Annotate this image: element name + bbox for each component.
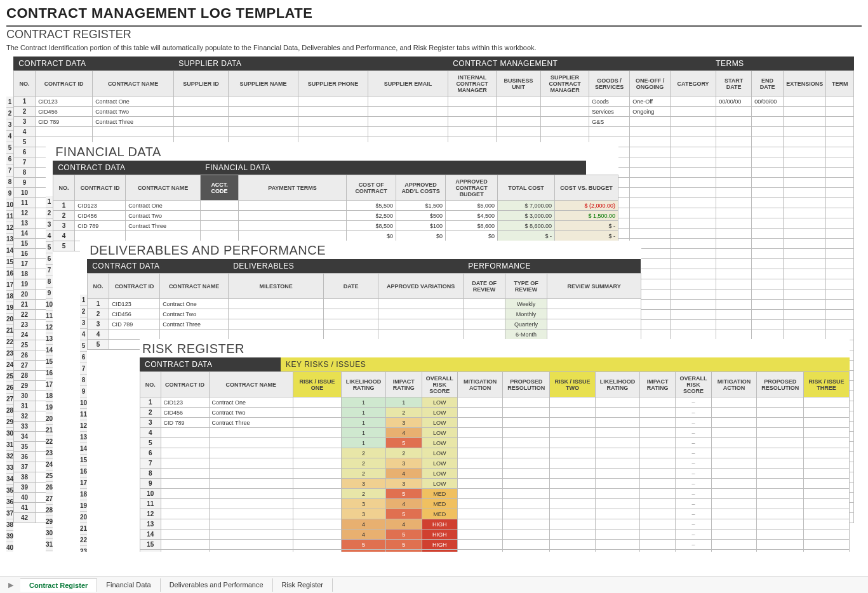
cell[interactable] <box>671 300 716 310</box>
cell[interactable]: 14 <box>14 229 36 239</box>
cell[interactable] <box>671 229 716 239</box>
cell[interactable] <box>752 218 784 229</box>
cell[interactable] <box>174 127 229 137</box>
cell[interactable] <box>752 229 784 239</box>
cell[interactable] <box>826 290 854 300</box>
cell[interactable] <box>639 499 675 509</box>
cell[interactable] <box>630 137 671 147</box>
cell[interactable] <box>804 519 850 530</box>
cell[interactable]: 13 <box>140 519 161 530</box>
cell[interactable] <box>826 208 854 218</box>
table-row[interactable]: 2CID456Contract Two$2,500$500$4,500$ 3,0… <box>53 211 618 221</box>
cell[interactable] <box>174 117 229 127</box>
cell[interactable]: 5 <box>342 540 386 550</box>
cell[interactable] <box>671 117 716 127</box>
cell[interactable] <box>378 299 464 309</box>
cell[interactable] <box>671 320 716 330</box>
cell[interactable] <box>201 221 239 231</box>
cell[interactable] <box>804 397 850 408</box>
cell[interactable] <box>671 239 716 249</box>
cell[interactable]: 00/00/00 <box>716 97 752 107</box>
table-row[interactable]: 824LOW– <box>140 469 850 479</box>
cell[interactable]: 1 <box>140 397 161 408</box>
cell[interactable] <box>209 479 293 489</box>
cell[interactable]: MED <box>422 509 457 519</box>
cell[interactable]: HIGH <box>422 550 457 552</box>
cell[interactable] <box>298 117 368 127</box>
cell[interactable] <box>503 489 550 499</box>
cell[interactable]: $ (2,000.00) <box>555 201 618 211</box>
cell[interactable]: CID123 <box>161 397 209 408</box>
cell[interactable]: 37 <box>14 462 36 472</box>
cell[interactable]: 38 <box>14 472 36 483</box>
cell[interactable] <box>639 408 675 418</box>
cell[interactable] <box>448 107 497 117</box>
cell[interactable] <box>595 489 639 499</box>
cell[interactable] <box>464 319 505 330</box>
cell[interactable] <box>595 530 639 540</box>
cell[interactable] <box>784 310 826 320</box>
cell[interactable] <box>639 448 675 458</box>
table-row[interactable]: 2CID456Contract Two12LOW– <box>140 408 850 418</box>
cell[interactable] <box>595 438 639 448</box>
cell[interactable] <box>752 290 784 300</box>
cell[interactable] <box>229 107 298 117</box>
cell[interactable] <box>550 458 596 469</box>
cell[interactable]: 26 <box>14 350 36 361</box>
cell[interactable] <box>457 509 503 519</box>
cell[interactable] <box>784 208 826 218</box>
cell[interactable] <box>457 458 503 469</box>
cell[interactable]: CID456 <box>75 211 126 221</box>
cell[interactable]: 3 <box>342 509 386 519</box>
cell[interactable] <box>716 290 752 300</box>
cell[interactable]: CID456 <box>109 309 160 319</box>
cell[interactable] <box>161 550 209 552</box>
cell[interactable] <box>497 97 541 107</box>
cell[interactable] <box>209 438 293 448</box>
cell[interactable] <box>639 530 675 540</box>
cell[interactable] <box>716 239 752 249</box>
cell[interactable]: $1,500 <box>396 201 446 211</box>
cell[interactable] <box>804 479 850 489</box>
cell[interactable] <box>229 309 324 319</box>
cell[interactable]: 11 <box>14 198 36 208</box>
cell[interactable]: CID 789 <box>109 319 160 330</box>
table-row[interactable]: 1235MED– <box>140 509 850 519</box>
cell[interactable]: Contract One <box>93 97 174 107</box>
cell[interactable] <box>589 127 630 137</box>
cell[interactable] <box>671 310 716 320</box>
cell[interactable] <box>639 519 675 530</box>
cell[interactable] <box>497 117 541 127</box>
cell[interactable] <box>298 97 368 107</box>
cell[interactable] <box>457 499 503 509</box>
cell[interactable]: LOW <box>422 418 457 428</box>
cell[interactable] <box>804 428 850 438</box>
cell[interactable]: $ 7,000.00 <box>498 201 555 211</box>
cell[interactable]: 2 <box>14 107 36 117</box>
cell[interactable] <box>503 479 550 489</box>
cell[interactable] <box>752 259 784 269</box>
cell[interactable]: 3 <box>342 479 386 489</box>
cell[interactable] <box>378 309 464 319</box>
cell[interactable]: 16 <box>140 550 161 552</box>
cell[interactable] <box>209 448 293 458</box>
cell[interactable]: 4 <box>386 519 422 530</box>
cell[interactable]: G&S <box>589 117 630 127</box>
cell[interactable] <box>595 509 639 519</box>
cell[interactable] <box>457 438 503 448</box>
cell[interactable]: 39 <box>14 483 36 493</box>
cell[interactable]: Contract Two <box>126 211 201 221</box>
cell[interactable] <box>784 168 826 178</box>
cell[interactable] <box>161 519 209 530</box>
cell[interactable]: 31 <box>14 401 36 411</box>
cell[interactable]: 14 <box>140 530 161 540</box>
cell[interactable] <box>503 499 550 509</box>
cell[interactable] <box>826 168 854 178</box>
cell[interactable] <box>201 231 239 241</box>
cell[interactable] <box>826 279 854 290</box>
cell[interactable]: 25 <box>14 340 36 350</box>
table-row[interactable]: 4 <box>14 127 854 137</box>
cell[interactable] <box>752 310 784 320</box>
cell[interactable] <box>757 458 804 469</box>
cell[interactable]: 1 <box>386 397 422 408</box>
